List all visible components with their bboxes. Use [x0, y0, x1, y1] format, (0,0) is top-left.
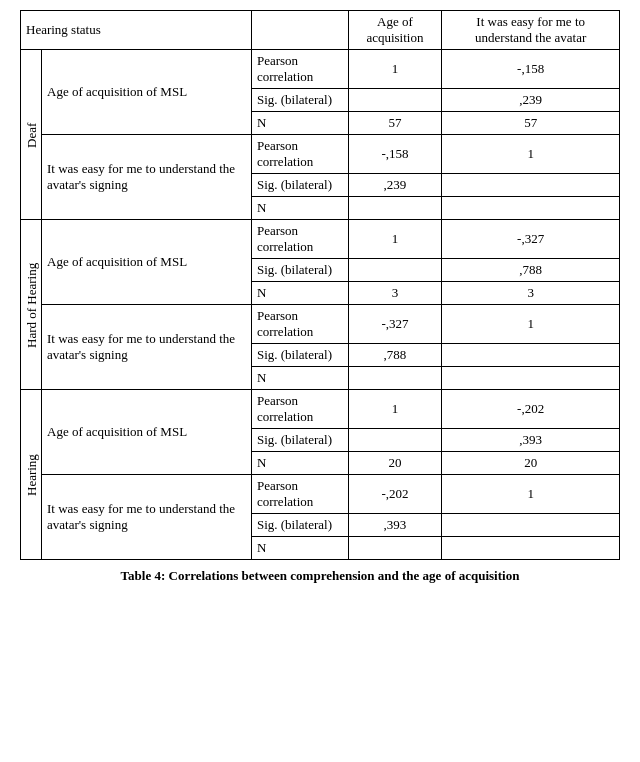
- easy-value: [442, 174, 620, 197]
- age-value: [348, 89, 442, 112]
- group-label: Hard of Hearing: [21, 220, 42, 390]
- header-age: Age of acquisition: [348, 11, 442, 50]
- age-value: 3: [348, 282, 442, 305]
- age-value: [348, 259, 442, 282]
- age-value: ,393: [348, 514, 442, 537]
- stat-label: Sig. (bilateral): [251, 89, 348, 112]
- easy-value: ,788: [442, 259, 620, 282]
- table-caption: Table 4: Correlations between comprehens…: [20, 568, 620, 584]
- age-value: -,202: [348, 475, 442, 514]
- variable-label: Age of acquisition of MSL: [42, 390, 252, 475]
- easy-value: [442, 197, 620, 220]
- stat-label: N: [251, 537, 348, 560]
- age-value: 1: [348, 50, 442, 89]
- stat-label: Pearson correlation: [251, 50, 348, 89]
- age-value: 20: [348, 452, 442, 475]
- easy-value: 3: [442, 282, 620, 305]
- easy-value: -,158: [442, 50, 620, 89]
- age-value: [348, 429, 442, 452]
- age-value: ,239: [348, 174, 442, 197]
- age-value: -,158: [348, 135, 442, 174]
- easy-value: ,239: [442, 89, 620, 112]
- stat-label: Sig. (bilateral): [251, 429, 348, 452]
- group-label: Deaf: [21, 50, 42, 220]
- easy-value: [442, 344, 620, 367]
- easy-value: 57: [442, 112, 620, 135]
- easy-value: [442, 514, 620, 537]
- easy-value: [442, 537, 620, 560]
- header-empty: [251, 11, 348, 50]
- age-value: ,788: [348, 344, 442, 367]
- stat-label: Sig. (bilateral): [251, 174, 348, 197]
- variable-label: Age of acquisition of MSL: [42, 220, 252, 305]
- age-value: [348, 367, 442, 390]
- stat-label: N: [251, 367, 348, 390]
- stat-label: Pearson correlation: [251, 305, 348, 344]
- easy-value: ,393: [442, 429, 620, 452]
- stat-label: Sig. (bilateral): [251, 259, 348, 282]
- variable-label: Age of acquisition of MSL: [42, 50, 252, 135]
- easy-value: 20: [442, 452, 620, 475]
- header-easy: It was easy for me to understand the ava…: [442, 11, 620, 50]
- group-label: Hearing: [21, 390, 42, 560]
- age-value: [348, 537, 442, 560]
- stat-label: Pearson correlation: [251, 475, 348, 514]
- stat-label: N: [251, 452, 348, 475]
- easy-value: 1: [442, 135, 620, 174]
- stat-label: N: [251, 112, 348, 135]
- easy-value: [442, 367, 620, 390]
- stat-label: Pearson correlation: [251, 135, 348, 174]
- correlations-table: Hearing status Age of acquisition It was…: [20, 10, 620, 560]
- easy-value: 1: [442, 475, 620, 514]
- stat-label: N: [251, 197, 348, 220]
- stat-label: Pearson correlation: [251, 220, 348, 259]
- variable-label: It was easy for me to understand the ava…: [42, 135, 252, 220]
- easy-value: -,327: [442, 220, 620, 259]
- age-value: 1: [348, 220, 442, 259]
- age-value: [348, 197, 442, 220]
- easy-value: 1: [442, 305, 620, 344]
- age-value: 57: [348, 112, 442, 135]
- easy-value: -,202: [442, 390, 620, 429]
- stat-label: Sig. (bilateral): [251, 344, 348, 367]
- header-hearing-status: Hearing status: [21, 11, 252, 50]
- age-value: 1: [348, 390, 442, 429]
- stat-label: Pearson correlation: [251, 390, 348, 429]
- variable-label: It was easy for me to understand the ava…: [42, 475, 252, 560]
- stat-label: Sig. (bilateral): [251, 514, 348, 537]
- variable-label: It was easy for me to understand the ava…: [42, 305, 252, 390]
- age-value: -,327: [348, 305, 442, 344]
- stat-label: N: [251, 282, 348, 305]
- table-wrapper: Hearing status Age of acquisition It was…: [20, 10, 620, 584]
